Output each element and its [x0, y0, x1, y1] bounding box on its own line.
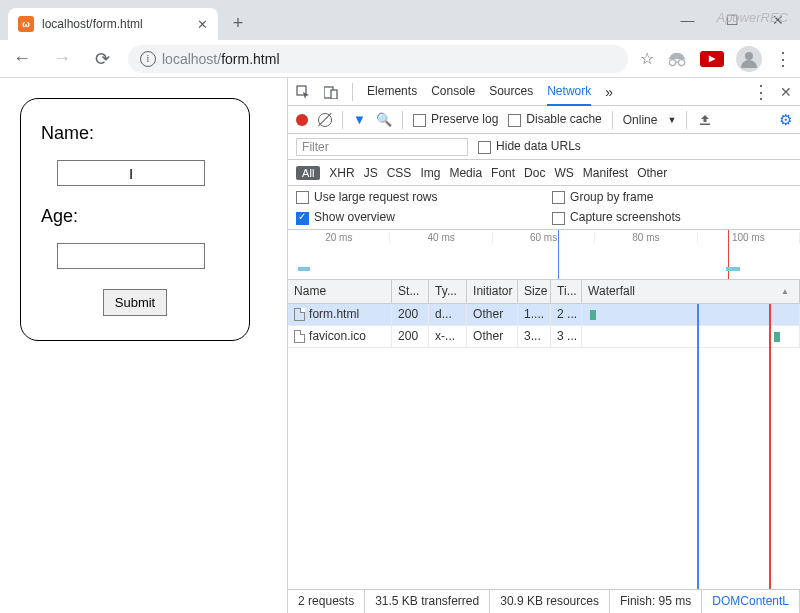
filter-icon[interactable]: ▼: [353, 112, 366, 127]
disable-cache-checkbox[interactable]: Disable cache: [508, 112, 601, 126]
site-info-icon[interactable]: i: [140, 51, 156, 67]
hide-data-urls-checkbox[interactable]: Hide data URLs: [478, 139, 581, 153]
svg-point-0: [669, 59, 675, 65]
filter-font[interactable]: Font: [491, 166, 515, 180]
profile-avatar[interactable]: [736, 46, 762, 72]
col-size[interactable]: Size: [518, 280, 551, 303]
status-requests: 2 requests: [288, 590, 365, 613]
tab-sources[interactable]: Sources: [489, 78, 533, 106]
col-waterfall[interactable]: Waterfall▲: [582, 280, 800, 303]
timeline-tick: 80 ms: [595, 232, 697, 243]
show-overview-checkbox[interactable]: Show overview: [296, 210, 536, 224]
search-icon[interactable]: 🔍: [376, 112, 392, 127]
filter-doc[interactable]: Doc: [524, 166, 545, 180]
file-icon: [294, 330, 305, 343]
col-name[interactable]: Name: [288, 280, 392, 303]
filter-js[interactable]: JS: [364, 166, 378, 180]
form-container: Name: I Age: Submit: [20, 98, 250, 341]
close-tab-icon[interactable]: ✕: [197, 17, 208, 32]
name-input[interactable]: I: [57, 160, 205, 186]
record-button[interactable]: [296, 114, 308, 126]
age-label: Age:: [41, 206, 229, 227]
extension-icon-1[interactable]: [666, 50, 688, 68]
page-content: Name: I Age: Submit: [0, 78, 287, 613]
filter-xhr[interactable]: XHR: [329, 166, 354, 180]
timeline-overview[interactable]: 20 ms 40 ms 60 ms 80 ms 100 ms: [288, 230, 800, 280]
window-minimize-button[interactable]: —: [665, 5, 710, 35]
devtools-close-icon[interactable]: ✕: [780, 84, 792, 100]
address-bar[interactable]: i localhost/form.html: [128, 45, 628, 73]
filter-media[interactable]: Media: [449, 166, 482, 180]
timeline-tick: 20 ms: [288, 232, 390, 243]
svg-point-1: [678, 59, 684, 65]
age-input[interactable]: [57, 243, 205, 269]
tab-console[interactable]: Console: [431, 78, 475, 106]
settings-gear-icon[interactable]: ⚙: [779, 111, 792, 129]
request-row[interactable]: favicon.ico 200 x-... Other 3... 3 ...: [288, 326, 800, 348]
status-resources: 30.9 KB resources: [490, 590, 610, 613]
filter-input[interactable]: Filter: [296, 138, 468, 156]
extension-icon-2[interactable]: ▶: [700, 51, 724, 67]
group-by-frame-checkbox[interactable]: Group by frame: [552, 190, 792, 204]
large-rows-checkbox[interactable]: Use large request rows: [296, 190, 536, 204]
back-button[interactable]: ←: [8, 45, 36, 73]
text-cursor-icon: I: [129, 165, 133, 182]
upload-icon[interactable]: [697, 114, 713, 126]
timeline-tick: 60 ms: [493, 232, 595, 243]
filter-img[interactable]: Img: [420, 166, 440, 180]
col-initiator[interactable]: Initiator: [467, 280, 518, 303]
url-origin: localhost/: [162, 51, 221, 67]
svg-rect-4: [331, 90, 337, 99]
new-tab-button[interactable]: +: [224, 9, 252, 37]
forward-button[interactable]: →: [48, 45, 76, 73]
browser-toolbar: ← → ⟳ i localhost/form.html ☆ ▶ ⋮: [0, 40, 800, 78]
site-icon: ω: [18, 16, 34, 32]
devtools-panel: Elements Console Sources Network » ⋮ ✕ ▼…: [287, 78, 800, 613]
filter-manifest[interactable]: Manifest: [583, 166, 628, 180]
col-time[interactable]: Ti...: [551, 280, 582, 303]
device-toggle-icon[interactable]: [324, 85, 338, 99]
filter-css[interactable]: CSS: [387, 166, 412, 180]
devtools-statusbar: 2 requests 31.5 KB transferred 30.9 KB r…: [288, 589, 800, 613]
more-tabs-icon[interactable]: »: [605, 84, 613, 100]
chevron-down-icon[interactable]: ▼: [667, 115, 676, 125]
url-path: form.html: [221, 51, 279, 67]
window-titlebar: ω localhost/form.html ✕ + — ☐ ✕: [0, 0, 800, 40]
reload-button[interactable]: ⟳: [88, 45, 116, 73]
timeline-tick: 100 ms: [698, 232, 800, 243]
throttle-select[interactable]: Online: [623, 113, 658, 127]
devtools-menu-icon[interactable]: ⋮: [752, 81, 770, 103]
tab-network[interactable]: Network: [547, 78, 591, 106]
file-icon: [294, 308, 305, 321]
tab-title: localhost/form.html: [42, 17, 143, 31]
status-transferred: 31.5 KB transferred: [365, 590, 490, 613]
col-type[interactable]: Ty...: [429, 280, 467, 303]
submit-button[interactable]: Submit: [103, 289, 167, 316]
filter-all[interactable]: All: [296, 166, 320, 180]
browser-menu-icon[interactable]: ⋮: [774, 48, 792, 70]
filter-ws[interactable]: WS: [554, 166, 573, 180]
watermark: ApowerREC: [716, 10, 788, 25]
request-row[interactable]: form.html 200 d... Other 1.... 2 ...: [288, 304, 800, 326]
request-grid-body: form.html 200 d... Other 1.... 2 ... fav…: [288, 304, 800, 589]
inspect-element-icon[interactable]: [296, 85, 310, 99]
request-grid-header: Name St... Ty... Initiator Size Ti... Wa…: [288, 280, 800, 304]
svg-rect-5: [700, 123, 710, 125]
browser-tab[interactable]: ω localhost/form.html ✕: [8, 8, 218, 40]
name-label: Name:: [41, 123, 229, 144]
clear-button[interactable]: [318, 113, 332, 127]
tab-elements[interactable]: Elements: [367, 78, 417, 106]
col-status[interactable]: St...: [392, 280, 429, 303]
status-domcontent: DOMContentL: [702, 590, 800, 613]
timeline-tick: 40 ms: [390, 232, 492, 243]
status-finish: Finish: 95 ms: [610, 590, 702, 613]
filter-other[interactable]: Other: [637, 166, 667, 180]
bookmark-icon[interactable]: ☆: [640, 49, 654, 68]
preserve-log-checkbox[interactable]: Preserve log: [413, 112, 498, 126]
capture-screenshots-checkbox[interactable]: Capture screenshots: [552, 210, 792, 224]
